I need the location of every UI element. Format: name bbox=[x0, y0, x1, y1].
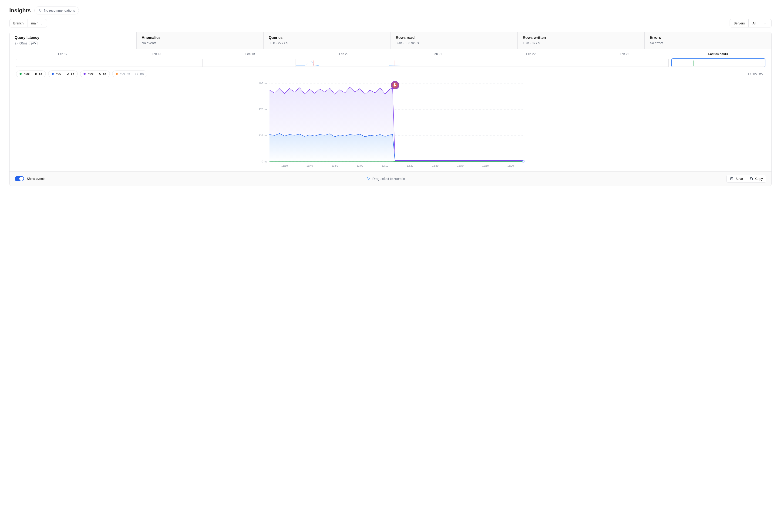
recommendations-pill[interactable]: No recommendations bbox=[34, 6, 79, 14]
legend-p95[interactable]: p95:2 ms bbox=[48, 71, 78, 77]
legend-dot bbox=[116, 73, 118, 75]
timeline-labels: Feb 17 Feb 18 Feb 19 Feb 20 Feb 21 Feb 2… bbox=[9, 49, 772, 59]
chevron-down-icon: ⌄ bbox=[764, 22, 766, 25]
svg-text:11:50: 11:50 bbox=[332, 164, 338, 167]
timeline-day[interactable] bbox=[203, 59, 296, 67]
svg-text:12:10: 12:10 bbox=[382, 164, 388, 167]
timeline-day[interactable] bbox=[575, 59, 668, 67]
svg-text:11:40: 11:40 bbox=[306, 164, 313, 167]
svg-text:270 ms: 270 ms bbox=[259, 108, 268, 111]
svg-rect-22 bbox=[731, 177, 733, 180]
timeline-day[interactable] bbox=[16, 59, 109, 67]
legend-dot bbox=[84, 73, 86, 75]
cursor-icon bbox=[367, 177, 370, 180]
page-title: Insights bbox=[9, 7, 31, 14]
zoom-hint: Drag-select to zoom in bbox=[367, 177, 405, 180]
legend-p99.9[interactable]: p99.9:35 ms bbox=[112, 71, 147, 77]
timeline-last-24h[interactable] bbox=[672, 59, 765, 67]
branch-selector[interactable]: Branch main ⌄ bbox=[9, 19, 47, 28]
tab-errors[interactable]: Errors No errors bbox=[645, 32, 772, 49]
tab-rows-read[interactable]: Rows read 3.4k - 106.9k / s bbox=[390, 32, 518, 49]
legend-p50[interactable]: p50:0 ms bbox=[16, 71, 46, 77]
insights-panel: Query latency 2 - 60ms p95 Anomalies No … bbox=[9, 32, 772, 186]
copy-button[interactable]: Copy bbox=[746, 175, 766, 182]
recommendations-label: No recommendations bbox=[44, 9, 75, 12]
timeline-day[interactable] bbox=[109, 59, 202, 67]
lightbulb-icon bbox=[38, 9, 42, 12]
save-icon bbox=[730, 177, 734, 180]
cursor-dot bbox=[522, 160, 524, 162]
show-events-label: Show events bbox=[27, 177, 45, 180]
svg-text:0 ms: 0 ms bbox=[261, 160, 267, 163]
timeline-day[interactable] bbox=[296, 59, 389, 67]
svg-text:12:40: 12:40 bbox=[457, 164, 463, 167]
chevron-down-icon: ⌄ bbox=[40, 22, 43, 25]
show-events-toggle[interactable] bbox=[15, 176, 24, 181]
branch-label: Branch bbox=[9, 19, 28, 27]
svg-text:12:30: 12:30 bbox=[432, 164, 439, 167]
legend-dot bbox=[52, 73, 54, 75]
tab-anomalies[interactable]: Anomalies No events bbox=[136, 32, 264, 49]
save-button[interactable]: Save bbox=[727, 175, 746, 182]
svg-text:12:20: 12:20 bbox=[407, 164, 414, 167]
legend-dot bbox=[19, 73, 22, 75]
tab-rows-written[interactable]: Rows written 1.7k - 9k / s bbox=[518, 32, 645, 49]
timeline-scrubber[interactable] bbox=[9, 59, 772, 71]
metric-tabs: Query latency 2 - 60ms p95 Anomalies No … bbox=[9, 32, 772, 49]
servers-label: Servers bbox=[730, 19, 749, 27]
svg-text:12:00: 12:00 bbox=[357, 164, 363, 167]
svg-text:12:50: 12:50 bbox=[482, 164, 489, 167]
tab-query-latency[interactable]: Query latency 2 - 60ms p95 bbox=[9, 32, 136, 49]
servers-selector[interactable]: Servers All ⌄ bbox=[730, 19, 772, 28]
servers-value: All bbox=[752, 22, 756, 25]
svg-rect-23 bbox=[751, 178, 753, 180]
svg-text:11:30: 11:30 bbox=[281, 164, 288, 167]
svg-text:13:00: 13:00 bbox=[507, 164, 514, 167]
latency-chart[interactable]: 0 ms135 ms270 ms405 ms11:3011:4011:5012:… bbox=[16, 80, 765, 168]
svg-text:405 ms: 405 ms bbox=[259, 82, 268, 85]
timeline-day[interactable] bbox=[389, 59, 482, 67]
p95-badge: p95 bbox=[29, 41, 37, 45]
branch-value: main bbox=[31, 22, 38, 25]
action-buttons: Save Copy bbox=[726, 175, 766, 183]
legend: p50:0 msp95:2 msp99:5 msp99.9:35 ms bbox=[16, 71, 147, 77]
copy-icon bbox=[750, 177, 753, 180]
legend-p99[interactable]: p99:5 ms bbox=[80, 71, 110, 77]
cursor-timestamp: 13:05 MST bbox=[747, 72, 765, 76]
tab-queries[interactable]: Queries 99.8 - 27k / s bbox=[264, 32, 391, 49]
timeline-day[interactable] bbox=[482, 59, 575, 67]
svg-text:135 ms: 135 ms bbox=[259, 134, 268, 137]
